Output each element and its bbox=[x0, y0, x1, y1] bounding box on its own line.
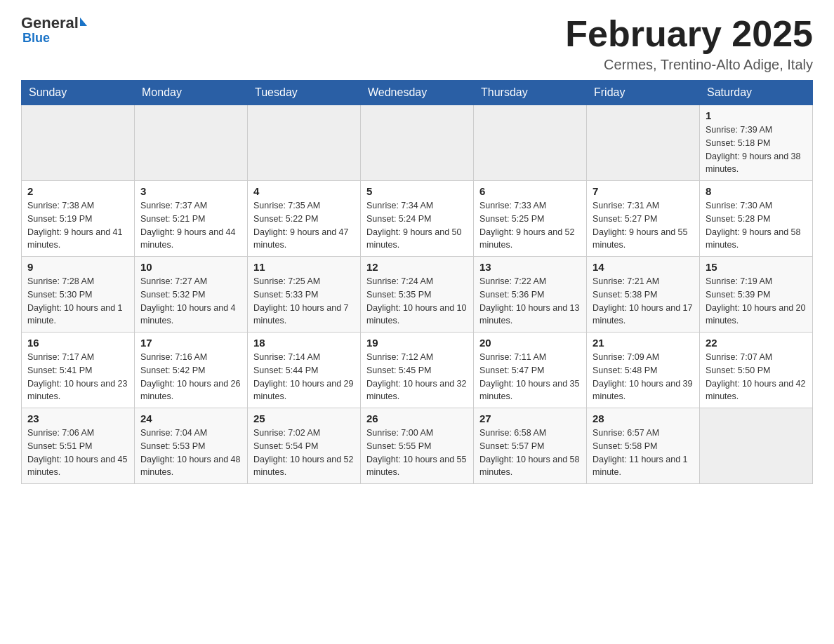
day-number: 17 bbox=[140, 337, 241, 349]
day-info: Sunrise: 7:06 AMSunset: 5:51 PMDaylight:… bbox=[27, 427, 128, 479]
day-info: Sunrise: 6:58 AMSunset: 5:57 PMDaylight:… bbox=[479, 427, 581, 479]
calendar-cell bbox=[248, 105, 361, 181]
day-info: Sunrise: 7:14 AMSunset: 5:44 PMDaylight:… bbox=[253, 351, 355, 403]
calendar-cell: 10Sunrise: 7:27 AMSunset: 5:32 PMDayligh… bbox=[135, 257, 248, 333]
calendar-cell: 5Sunrise: 7:34 AMSunset: 5:24 PMDaylight… bbox=[361, 181, 474, 257]
day-number: 3 bbox=[140, 185, 241, 197]
day-number: 27 bbox=[479, 412, 581, 424]
calendar-cell: 27Sunrise: 6:58 AMSunset: 5:57 PMDayligh… bbox=[474, 408, 587, 484]
calendar-cell: 6Sunrise: 7:33 AMSunset: 5:25 PMDaylight… bbox=[474, 181, 587, 257]
calendar-cell: 19Sunrise: 7:12 AMSunset: 5:45 PMDayligh… bbox=[361, 333, 474, 408]
calendar-cell: 28Sunrise: 6:57 AMSunset: 5:58 PMDayligh… bbox=[587, 408, 700, 484]
calendar-cell: 24Sunrise: 7:04 AMSunset: 5:53 PMDayligh… bbox=[135, 408, 248, 484]
day-info: Sunrise: 7:37 AMSunset: 5:21 PMDaylight:… bbox=[140, 199, 241, 252]
calendar-subtitle: Cermes, Trentino-Alto Adige, Italy bbox=[565, 57, 813, 73]
calendar-cell: 13Sunrise: 7:22 AMSunset: 5:36 PMDayligh… bbox=[474, 257, 587, 333]
day-number: 23 bbox=[27, 412, 128, 424]
logo-text: General bbox=[21, 14, 87, 32]
calendar-cell: 21Sunrise: 7:09 AMSunset: 5:48 PMDayligh… bbox=[587, 333, 700, 408]
calendar-cell: 2Sunrise: 7:38 AMSunset: 5:19 PMDaylight… bbox=[22, 181, 135, 257]
calendar-cell bbox=[135, 105, 248, 181]
week-row-1: 1Sunrise: 7:39 AMSunset: 5:18 PMDaylight… bbox=[22, 105, 813, 181]
day-number: 12 bbox=[366, 261, 468, 273]
day-number: 25 bbox=[253, 412, 355, 424]
day-info: Sunrise: 7:35 AMSunset: 5:22 PMDaylight:… bbox=[253, 199, 355, 252]
calendar-cell: 14Sunrise: 7:21 AMSunset: 5:38 PMDayligh… bbox=[587, 257, 700, 333]
calendar-cell bbox=[474, 105, 587, 181]
weekday-header-row: SundayMondayTuesdayWednesdayThursdayFrid… bbox=[22, 81, 813, 105]
calendar-cell: 1Sunrise: 7:39 AMSunset: 5:18 PMDaylight… bbox=[700, 105, 813, 181]
day-info: Sunrise: 7:21 AMSunset: 5:38 PMDaylight:… bbox=[593, 275, 694, 328]
calendar-cell: 26Sunrise: 7:00 AMSunset: 5:55 PMDayligh… bbox=[361, 408, 474, 484]
day-number: 16 bbox=[27, 337, 128, 349]
day-number: 4 bbox=[253, 185, 355, 197]
calendar-cell: 11Sunrise: 7:25 AMSunset: 5:33 PMDayligh… bbox=[248, 257, 361, 333]
week-row-4: 16Sunrise: 7:17 AMSunset: 5:41 PMDayligh… bbox=[22, 333, 813, 408]
calendar-cell: 22Sunrise: 7:07 AMSunset: 5:50 PMDayligh… bbox=[700, 333, 813, 408]
calendar-table: SundayMondayTuesdayWednesdayThursdayFrid… bbox=[21, 80, 813, 484]
calendar-cell: 4Sunrise: 7:35 AMSunset: 5:22 PMDaylight… bbox=[248, 181, 361, 257]
calendar-cell: 7Sunrise: 7:31 AMSunset: 5:27 PMDaylight… bbox=[587, 181, 700, 257]
day-info: Sunrise: 7:27 AMSunset: 5:32 PMDaylight:… bbox=[140, 275, 241, 328]
day-info: Sunrise: 7:24 AMSunset: 5:35 PMDaylight:… bbox=[366, 275, 468, 328]
week-row-3: 9Sunrise: 7:28 AMSunset: 5:30 PMDaylight… bbox=[22, 257, 813, 333]
day-number: 10 bbox=[140, 261, 241, 273]
day-number: 22 bbox=[706, 337, 807, 349]
day-number: 15 bbox=[706, 261, 807, 273]
week-row-2: 2Sunrise: 7:38 AMSunset: 5:19 PMDaylight… bbox=[22, 181, 813, 257]
calendar-cell: 3Sunrise: 7:37 AMSunset: 5:21 PMDaylight… bbox=[135, 181, 248, 257]
day-info: Sunrise: 7:22 AMSunset: 5:36 PMDaylight:… bbox=[479, 275, 581, 328]
day-number: 11 bbox=[253, 261, 355, 273]
day-info: Sunrise: 7:09 AMSunset: 5:48 PMDaylight:… bbox=[593, 351, 694, 403]
day-number: 26 bbox=[366, 412, 468, 424]
calendar-cell: 25Sunrise: 7:02 AMSunset: 5:54 PMDayligh… bbox=[248, 408, 361, 484]
day-number: 8 bbox=[706, 185, 807, 197]
day-info: Sunrise: 7:31 AMSunset: 5:27 PMDaylight:… bbox=[593, 199, 694, 252]
day-number: 20 bbox=[479, 337, 581, 349]
day-info: Sunrise: 7:34 AMSunset: 5:24 PMDaylight:… bbox=[366, 199, 468, 252]
day-info: Sunrise: 7:02 AMSunset: 5:54 PMDaylight:… bbox=[253, 427, 355, 479]
calendar-cell: 18Sunrise: 7:14 AMSunset: 5:44 PMDayligh… bbox=[248, 333, 361, 408]
calendar-cell: 8Sunrise: 7:30 AMSunset: 5:28 PMDaylight… bbox=[700, 181, 813, 257]
calendar-cell: 12Sunrise: 7:24 AMSunset: 5:35 PMDayligh… bbox=[361, 257, 474, 333]
day-info: Sunrise: 7:28 AMSunset: 5:30 PMDaylight:… bbox=[27, 275, 128, 328]
weekday-header-monday: Monday bbox=[135, 81, 248, 105]
calendar-cell bbox=[361, 105, 474, 181]
logo-arrow-icon bbox=[80, 18, 87, 26]
weekday-header-sunday: Sunday bbox=[22, 81, 135, 105]
day-number: 21 bbox=[593, 337, 694, 349]
day-number: 1 bbox=[706, 109, 807, 121]
day-number: 5 bbox=[366, 185, 468, 197]
page-header: General Blue February 2025 Cermes, Trent… bbox=[21, 14, 813, 73]
day-number: 19 bbox=[366, 337, 468, 349]
calendar-cell bbox=[22, 105, 135, 181]
calendar-cell: 15Sunrise: 7:19 AMSunset: 5:39 PMDayligh… bbox=[700, 257, 813, 333]
logo: General Blue bbox=[21, 14, 87, 46]
calendar-title: February 2025 bbox=[565, 14, 813, 54]
calendar-cell: 9Sunrise: 7:28 AMSunset: 5:30 PMDaylight… bbox=[22, 257, 135, 333]
weekday-header-wednesday: Wednesday bbox=[361, 81, 474, 105]
calendar-cell bbox=[700, 408, 813, 484]
day-number: 18 bbox=[253, 337, 355, 349]
day-info: Sunrise: 7:25 AMSunset: 5:33 PMDaylight:… bbox=[253, 275, 355, 328]
week-row-5: 23Sunrise: 7:06 AMSunset: 5:51 PMDayligh… bbox=[22, 408, 813, 484]
calendar-cell bbox=[587, 105, 700, 181]
weekday-header-saturday: Saturday bbox=[700, 81, 813, 105]
weekday-header-friday: Friday bbox=[587, 81, 700, 105]
day-info: Sunrise: 7:16 AMSunset: 5:42 PMDaylight:… bbox=[140, 351, 241, 403]
day-number: 7 bbox=[593, 185, 694, 197]
day-info: Sunrise: 7:04 AMSunset: 5:53 PMDaylight:… bbox=[140, 427, 241, 479]
day-number: 6 bbox=[479, 185, 581, 197]
weekday-header-tuesday: Tuesday bbox=[248, 81, 361, 105]
day-info: Sunrise: 7:00 AMSunset: 5:55 PMDaylight:… bbox=[366, 427, 468, 479]
day-info: Sunrise: 7:17 AMSunset: 5:41 PMDaylight:… bbox=[27, 351, 128, 403]
day-number: 14 bbox=[593, 261, 694, 273]
day-info: Sunrise: 7:19 AMSunset: 5:39 PMDaylight:… bbox=[706, 275, 807, 328]
day-info: Sunrise: 7:30 AMSunset: 5:28 PMDaylight:… bbox=[706, 199, 807, 252]
calendar-cell: 17Sunrise: 7:16 AMSunset: 5:42 PMDayligh… bbox=[135, 333, 248, 408]
calendar-cell: 23Sunrise: 7:06 AMSunset: 5:51 PMDayligh… bbox=[22, 408, 135, 484]
day-number: 13 bbox=[479, 261, 581, 273]
weekday-header-thursday: Thursday bbox=[474, 81, 587, 105]
day-info: Sunrise: 7:07 AMSunset: 5:50 PMDaylight:… bbox=[706, 351, 807, 403]
day-info: Sunrise: 7:39 AMSunset: 5:18 PMDaylight:… bbox=[706, 123, 807, 176]
